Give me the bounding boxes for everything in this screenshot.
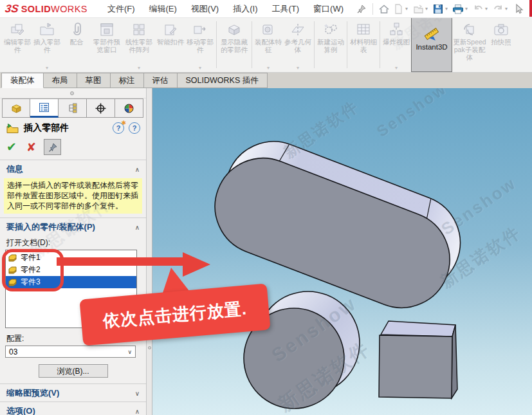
ribbon-item-assembly-features[interactable]: 装配体特征 ▾ [253,17,283,72]
info-message: 选择一供插入的零件或装配体然后将零部件放置在图形区域中。使用图钉来插入同一或不同… [4,178,142,214]
cancel-button[interactable]: ✘ [26,140,36,154]
print-icon[interactable] [451,3,465,15]
print-dropdown-icon[interactable]: ▾ [465,6,468,12]
chevron-down-icon[interactable]: ▾ [46,65,48,72]
menu-file[interactable]: 文件(F) [100,1,142,17]
help-icon[interactable]: ? [129,122,140,134]
menu-tools[interactable]: 工具(T) [264,1,306,17]
tab-layout[interactable]: 布局 [44,73,77,88]
list-item-part2[interactable]: 零件2 [6,264,136,276]
ribbon-item-snapshot[interactable]: 拍快照 [487,17,515,72]
chevron-down-icon[interactable]: ▾ [395,65,398,72]
ribbon-item-exploded-view[interactable]: 爆炸视图 ▾ [381,17,411,72]
menu-insert[interactable]: 插入(I) [226,1,264,17]
ribbon-item-show-hidden-components[interactable]: 显示隐藏的零部件 [218,17,250,72]
undo-icon[interactable] [471,3,485,15]
open-documents-list[interactable]: 零件1 零件2 零件3 [5,250,137,328]
mate-icon [68,21,85,38]
ribbon-item-smart-fasteners[interactable]: 智能扣件 [156,17,185,72]
ribbon-item-reference-geometry[interactable]: 参考几何体 ▾ [283,17,313,72]
list-item-label: 零件1 [21,252,41,263]
new-document-icon[interactable] [391,3,405,15]
update-speedpak-icon [461,21,478,38]
chevron-down-icon: ∨ [135,390,140,397]
ok-button[interactable]: ✔ [6,140,17,154]
chevron-down-icon[interactable]: ▾ [199,65,201,72]
chevron-down-icon: ∨ [127,349,135,355]
menu-window[interactable]: 窗口(W) [306,1,351,17]
save-dropdown-icon[interactable]: ▾ [445,6,448,12]
list-item-part1[interactable]: 零件1 [6,252,136,264]
configuration-manager-icon [66,102,78,114]
menu-view[interactable]: 视图(V) [184,1,226,17]
chevron-down-icon[interactable]: ▾ [297,65,299,72]
open-documents-label: 打开文档(D): [0,235,146,250]
property-manager-header: 插入零部件 ?✱ ? [0,118,146,137]
component-preview-window-icon [98,21,115,38]
edit-component-icon [9,21,26,38]
insert-section-header[interactable]: 要插入的零件/装配体(P) ∧ [0,218,146,235]
browse-button[interactable]: 浏览(B)... [39,364,108,378]
tab-sketch[interactable]: 草图 [77,73,111,88]
tab-evaluate[interactable]: 评估 [144,73,178,88]
feature-manager-tree-icon [10,102,23,114]
logo-text-light: WORKS [51,4,87,14]
insert-component-icon [39,21,55,38]
graphics-viewport[interactable]: Senshow 新思诺软件 Senshow 新思诺软件 Senshow 新思诺软… [152,88,532,415]
menu-edit[interactable]: 编辑(E) [142,1,184,17]
open-icon[interactable] [411,3,425,15]
splitter-handle[interactable] [148,346,151,349]
reference-geometry-icon [289,21,306,38]
options-section-header[interactable]: 选项(O) ∧ [0,402,146,415]
redo-icon[interactable] [491,3,505,15]
ribbon-item-mate[interactable]: 配合 [62,17,91,72]
tab-feature-manager-tree[interactable] [2,98,30,118]
ribbon-item-instant3d[interactable]: Instant3D [411,17,452,72]
panel-vertical-splitter[interactable] [146,88,152,415]
cursor-icon[interactable] [511,3,525,15]
tab-markup[interactable]: 标注 [111,73,144,88]
ribbon-item-edit-component[interactable]: 编辑零部件 [3,17,32,72]
tab-solidworks-addins[interactable]: SOLIDWORKS 插件 [178,73,268,88]
keep-visible-pin-button[interactable] [44,139,61,155]
linear-component-pattern-icon [131,21,147,38]
tab-property-manager[interactable] [30,98,59,118]
redo-dropdown-icon[interactable]: ▾ [505,6,508,12]
smart-fasteners-icon [162,21,179,38]
whats-new-help-icon[interactable]: ?✱ [113,122,124,134]
solidworks-window: 3S SOLIDWORKS 文件(F) 编辑(E) 视图(V) 插入(I) 工具… [0,0,532,415]
tab-dimxpert-manager[interactable] [87,98,115,118]
ribbon-item-update-speedpak[interactable]: 更新Speedpak子装配体 [452,17,487,72]
property-manager-icon [38,102,50,113]
insert-section-title: 要插入的零件/装配体(P) [6,221,95,233]
ribbon-separator [347,21,347,68]
panel-horizontal-splitter[interactable] [0,88,146,98]
tab-assembly[interactable]: 装配体 [1,73,44,88]
ribbon-item-bill-of-materials[interactable]: 材料明细表 [349,17,378,72]
ribbon-item-insert-component[interactable]: 插入零部件 ▾ [32,17,62,72]
pin-icon[interactable] [354,3,369,15]
list-item-label: 零件2 [21,264,41,275]
configuration-dropdown[interactable]: 03 ∨ [5,346,136,358]
undo-dropdown-icon[interactable]: ▾ [485,6,488,12]
open-dropdown-icon[interactable]: ▾ [425,6,428,12]
chevron-down-icon[interactable]: ▾ [138,65,140,72]
ribbon-item-linear-component-pattern[interactable]: 线性零部件阵列 ▾ [122,17,156,72]
exploded-view-icon [388,21,405,38]
tab-configuration-manager[interactable] [59,98,87,118]
ribbon-item-move-component[interactable]: 移动零部件 ▾ [185,17,215,72]
command-manager-tab-bar: 装配体 布局 草图 标注 评估 SOLIDWORKS 插件 [0,73,532,88]
ribbon-separator [216,21,217,68]
thumbnail-preview-section-header[interactable]: 缩略图预览(V) ∨ [0,384,146,401]
list-item-part3-selected[interactable]: 零件3 [6,276,136,288]
save-icon[interactable] [431,3,445,15]
info-section-header[interactable]: 信息 ∧ [0,160,146,178]
ribbon-item-component-preview-window[interactable]: 零部件预览窗口 [91,17,122,72]
chevron-down-icon[interactable]: ▾ [267,65,270,72]
tab-display-manager[interactable] [115,98,143,118]
home-icon[interactable] [377,3,391,15]
new-document-dropdown-icon[interactable]: ▾ [405,6,408,12]
ribbon-item-new-motion-study[interactable]: 新建运动算例 [316,17,345,72]
thumbnail-preview-title: 缩略图预览(V) [6,387,59,399]
splitter-handle[interactable] [70,91,74,95]
